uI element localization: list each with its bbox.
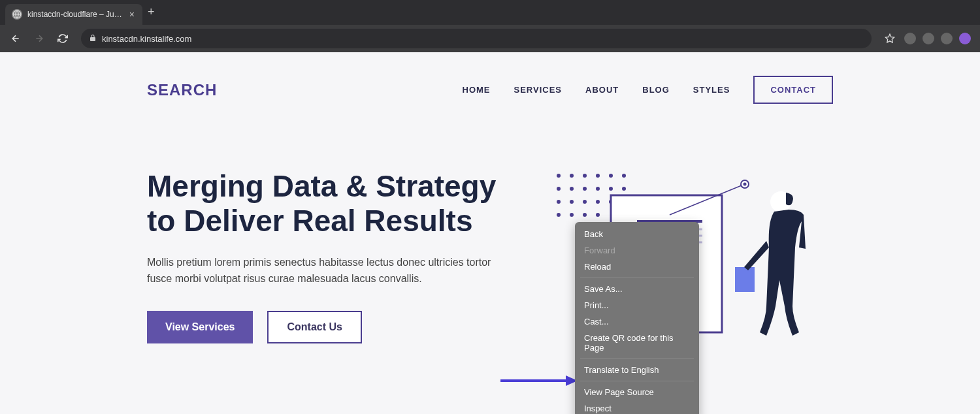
svg-point-21 xyxy=(570,213,574,217)
page-content: SEARCH HOME SERVICES ABOUT BLOG STYLES C… xyxy=(0,52,980,414)
url-text: kinstacdn.kinstalife.com xyxy=(102,34,191,44)
address-bar[interactable]: kinstacdn.kinstalife.com xyxy=(81,29,872,48)
hero-buttons: View Services Contact Us xyxy=(147,311,513,343)
ctx-inspect[interactable]: Inspect xyxy=(575,400,699,414)
extension-icon[interactable] xyxy=(941,33,953,44)
extension-icon[interactable] xyxy=(923,33,934,44)
site-header: SEARCH HOME SERVICES ABOUT BLOG STYLES C… xyxy=(147,76,833,104)
svg-point-9 xyxy=(570,187,574,191)
nav-styles[interactable]: STYLES xyxy=(693,85,730,95)
svg-point-23 xyxy=(596,213,600,217)
nav-home[interactable]: HOME xyxy=(463,85,491,95)
svg-rect-35 xyxy=(735,267,755,292)
svg-point-6 xyxy=(609,174,613,178)
browser-chrome: kinstacdn-cloudflare – Just an × + kinst… xyxy=(0,0,980,52)
new-tab-button[interactable]: + xyxy=(142,3,160,22)
divider xyxy=(580,358,694,359)
close-icon[interactable]: × xyxy=(128,9,136,20)
svg-point-11 xyxy=(596,187,600,191)
nav-about[interactable]: ABOUT xyxy=(585,85,619,95)
tab-title: kinstacdn-cloudflare – Just an xyxy=(27,10,123,19)
ctx-save-as[interactable]: Save As... xyxy=(575,281,699,297)
forward-button[interactable] xyxy=(30,29,48,48)
ctx-translate[interactable]: Translate to English xyxy=(575,362,699,378)
svg-point-7 xyxy=(622,174,626,178)
ctx-cast[interactable]: Cast... xyxy=(575,313,699,330)
svg-point-13 xyxy=(622,187,626,191)
ctx-reload[interactable]: Reload xyxy=(575,259,699,275)
context-menu: Back Forward Reload Save As... Print... … xyxy=(575,222,699,414)
hero-text: Merging Data & Strategy to Deliver Real … xyxy=(147,169,513,378)
ctx-view-source[interactable]: View Page Source xyxy=(575,384,699,400)
svg-point-8 xyxy=(557,187,561,191)
browser-tab[interactable]: kinstacdn-cloudflare – Just an × xyxy=(5,4,142,25)
nav-menu: HOME SERVICES ABOUT BLOG STYLES CONTACT xyxy=(463,76,833,104)
svg-point-2 xyxy=(557,174,561,178)
contact-us-button[interactable]: Contact Us xyxy=(267,311,361,343)
svg-point-15 xyxy=(570,200,574,204)
svg-point-12 xyxy=(609,187,613,191)
svg-point-3 xyxy=(570,174,574,178)
container: SEARCH HOME SERVICES ABOUT BLOG STYLES C… xyxy=(147,52,833,378)
back-button[interactable] xyxy=(7,29,25,48)
svg-point-22 xyxy=(583,213,587,217)
svg-point-5 xyxy=(596,174,600,178)
ctx-print[interactable]: Print... xyxy=(575,297,699,313)
logo[interactable]: SEARCH xyxy=(147,81,217,99)
hero-section: Merging Data & Strategy to Deliver Real … xyxy=(147,169,833,378)
view-services-button[interactable]: View Services xyxy=(147,311,253,343)
star-icon[interactable] xyxy=(881,29,899,48)
ctx-qr-code[interactable]: Create QR code for this Page xyxy=(575,330,699,356)
svg-point-33 xyxy=(743,183,747,186)
extension-icons xyxy=(904,33,973,44)
ctx-back[interactable]: Back xyxy=(575,226,699,242)
svg-point-4 xyxy=(583,174,587,178)
nav-services[interactable]: SERVICES xyxy=(514,85,563,95)
hero-title: Merging Data & Strategy to Deliver Real … xyxy=(147,169,513,238)
svg-point-14 xyxy=(557,200,561,204)
nav-contact[interactable]: CONTACT xyxy=(753,76,833,104)
svg-point-10 xyxy=(583,187,587,191)
svg-point-20 xyxy=(557,213,561,217)
hero-description: Mollis pretium lorem primis senectus hab… xyxy=(147,254,513,287)
divider xyxy=(580,278,694,278)
svg-point-17 xyxy=(596,200,600,204)
extension-icon[interactable] xyxy=(904,33,916,44)
annotation-arrow xyxy=(500,374,579,387)
lock-icon xyxy=(89,34,97,44)
svg-marker-1 xyxy=(885,34,894,42)
nav-bar: kinstacdn.kinstalife.com xyxy=(0,25,980,52)
extension-icon[interactable] xyxy=(959,33,971,44)
reload-button[interactable] xyxy=(54,29,72,48)
tab-bar: kinstacdn-cloudflare – Just an × + xyxy=(0,0,980,25)
svg-point-16 xyxy=(583,200,587,204)
globe-icon xyxy=(12,9,22,20)
divider xyxy=(580,381,694,381)
nav-blog[interactable]: BLOG xyxy=(642,85,670,95)
ctx-forward: Forward xyxy=(575,242,699,259)
